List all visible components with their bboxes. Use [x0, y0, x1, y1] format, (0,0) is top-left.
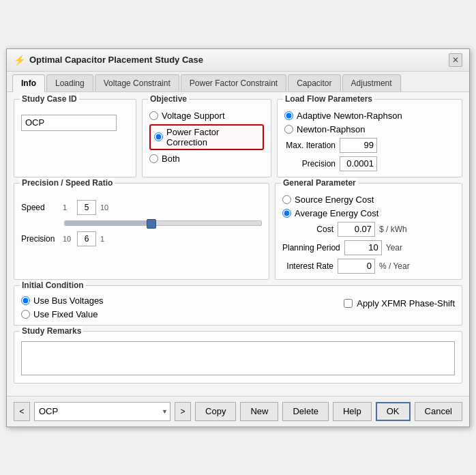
objective-voltage-label: Voltage Support: [162, 111, 225, 121]
precision-value-input[interactable]: [77, 231, 96, 246]
study-case-label: Study Case ID: [20, 94, 79, 104]
use-bus-voltages-label: Use Bus Voltages: [33, 296, 104, 306]
ic-inner: Use Bus Voltages Use Fixed Value Apply X…: [21, 296, 455, 319]
load-flow-adaptive-radio[interactable]: [284, 111, 293, 120]
cost-unit: $ / kWh: [379, 225, 407, 234]
use-fixed-value-radio[interactable]: [21, 310, 30, 319]
window-title: Optimal Capacitor Placement Study Case: [29, 55, 203, 65]
max-iteration-row: Max. Iteration: [284, 138, 455, 153]
next-button[interactable]: >: [175, 402, 191, 421]
lf-precision-input[interactable]: [340, 156, 377, 171]
precision-speed-section: Precision / Speed Ratio Speed 1 10: [14, 183, 269, 280]
top-row: Study Case ID Objective Voltage Support …: [14, 99, 462, 177]
prev-button[interactable]: <: [14, 402, 30, 421]
interest-rate-input[interactable]: [338, 259, 375, 274]
speed-track-row: [21, 220, 262, 226]
planning-period-input[interactable]: [344, 240, 382, 255]
initial-condition-label: Initial Condition: [20, 280, 86, 290]
study-case-section: Study Case ID: [14, 99, 136, 177]
general-param-label: General Parameter: [281, 178, 358, 188]
use-fixed-value-label: Use Fixed Value: [33, 309, 98, 319]
precision-speed-label: Precision / Speed Ratio: [20, 178, 115, 188]
use-bus-voltages-row: Use Bus Voltages: [21, 296, 104, 306]
xfmr-checkbox[interactable]: [344, 299, 353, 308]
speed-label: Speed: [21, 203, 59, 212]
load-flow-newton-radio[interactable]: [284, 125, 293, 134]
average-energy-label: Average Energy Cost: [295, 208, 378, 218]
cost-row: Cost $ / kWh: [282, 222, 455, 237]
planning-period-label: Planning Period: [282, 243, 340, 253]
average-energy-radio[interactable]: [282, 209, 291, 218]
objective-radio-group: Voltage Support Power Factor Correction …: [149, 111, 264, 164]
tab-adjustment[interactable]: Adjustment: [342, 74, 401, 91]
objective-both-label: Both: [162, 154, 180, 164]
use-fixed-value-row: Use Fixed Value: [21, 309, 104, 319]
study-remarks-label: Study Remarks: [20, 326, 83, 336]
speed-min-label: 1: [63, 203, 73, 212]
tab-voltage-constraint[interactable]: Voltage Constraint: [95, 74, 179, 91]
study-remarks-textarea[interactable]: [21, 341, 455, 375]
tab-info[interactable]: Info: [12, 74, 45, 92]
load-flow-adaptive-label: Adaptive Newton-Raphson: [297, 111, 402, 121]
bottom-bar: < OCP ▼ > Copy New Delete Help OK Cancel: [7, 396, 469, 427]
objective-pfc-radio[interactable]: [154, 132, 163, 141]
app-icon: ⚡: [14, 55, 25, 66]
source-energy-row: Source Energy Cost: [282, 195, 455, 205]
general-param-section: General Parameter Source Energy Cost Ave…: [275, 183, 462, 280]
load-flow-radio-group: Adaptive Newton-Raphson Newton-Raphson: [284, 111, 455, 134]
ps-precision-label: Precision: [21, 234, 59, 244]
planning-period-unit: Year: [386, 243, 402, 253]
objective-label: Objective: [148, 94, 189, 104]
source-energy-radio[interactable]: [282, 195, 291, 204]
use-bus-voltages-radio[interactable]: [21, 296, 30, 305]
new-button[interactable]: New: [240, 402, 278, 421]
speed-slider-row: Speed 1 10: [21, 200, 262, 215]
general-param-radio-group: Source Energy Cost Average Energy Cost: [282, 195, 455, 218]
interest-rate-row: Interest Rate % / Year: [282, 259, 455, 274]
objective-both-radio[interactable]: [149, 154, 158, 163]
main-content: Study Case ID Objective Voltage Support …: [7, 92, 469, 396]
tab-power-factor-constraint[interactable]: Power Factor Constraint: [181, 74, 286, 91]
tab-capacitor[interactable]: Capacitor: [288, 74, 340, 91]
close-button[interactable]: ✕: [449, 53, 462, 67]
precision-slider-row: Precision 10 1: [21, 231, 262, 246]
cancel-button[interactable]: Cancel: [415, 402, 462, 421]
load-flow-section: Load Flow Parameters Adaptive Newton-Rap…: [277, 99, 462, 177]
load-flow-option-newton: Newton-Raphson: [284, 124, 455, 134]
load-flow-option-adaptive: Adaptive Newton-Raphson: [284, 111, 455, 121]
source-energy-label: Source Energy Cost: [295, 195, 374, 205]
speed-max-label: 10: [100, 203, 110, 212]
delete-button[interactable]: Delete: [282, 402, 329, 421]
objective-option-pfc: Power Factor Correction: [149, 124, 264, 150]
objective-section: Objective Voltage Support Power Factor C…: [142, 99, 271, 177]
planning-period-row: Planning Period Year: [282, 240, 455, 255]
tab-loading[interactable]: Loading: [46, 74, 93, 91]
title-bar: ⚡ Optimal Capacitor Placement Study Case…: [7, 49, 469, 72]
initial-condition-section: Initial Condition Use Bus Voltages Use F…: [14, 285, 462, 326]
load-flow-newton-label: Newton-Raphson: [297, 124, 365, 134]
speed-slider-track[interactable]: [64, 220, 262, 226]
combo-wrapper: OCP ▼: [34, 402, 170, 421]
tab-bar: Info Loading Voltage Constraint Power Fa…: [7, 72, 469, 92]
cost-input[interactable]: [338, 222, 375, 237]
study-case-combo[interactable]: OCP: [34, 402, 170, 421]
ic-right: Apply XFMR Phase-Shift: [344, 298, 455, 308]
interest-rate-unit: % / Year: [379, 261, 410, 271]
ok-button[interactable]: OK: [376, 402, 411, 421]
precision-max-label: 1: [100, 235, 110, 243]
help-button[interactable]: Help: [333, 402, 372, 421]
max-iteration-input[interactable]: [340, 138, 377, 153]
precision-min-label: 10: [63, 235, 73, 243]
main-window: ⚡ Optimal Capacitor Placement Study Case…: [6, 48, 470, 427]
title-bar-left: ⚡ Optimal Capacitor Placement Study Case: [14, 55, 203, 66]
load-flow-label: Load Flow Parameters: [283, 94, 374, 104]
average-energy-row: Average Energy Cost: [282, 208, 455, 218]
objective-pfc-label: Power Factor Correction: [166, 127, 259, 147]
speed-value-input[interactable]: [77, 200, 96, 215]
study-case-input[interactable]: [21, 115, 117, 131]
objective-voltage-radio[interactable]: [149, 111, 158, 120]
cost-label: Cost: [282, 225, 333, 234]
copy-button[interactable]: Copy: [195, 402, 236, 421]
ic-left: Use Bus Voltages Use Fixed Value: [21, 296, 104, 319]
study-remarks-section: Study Remarks: [14, 331, 462, 384]
